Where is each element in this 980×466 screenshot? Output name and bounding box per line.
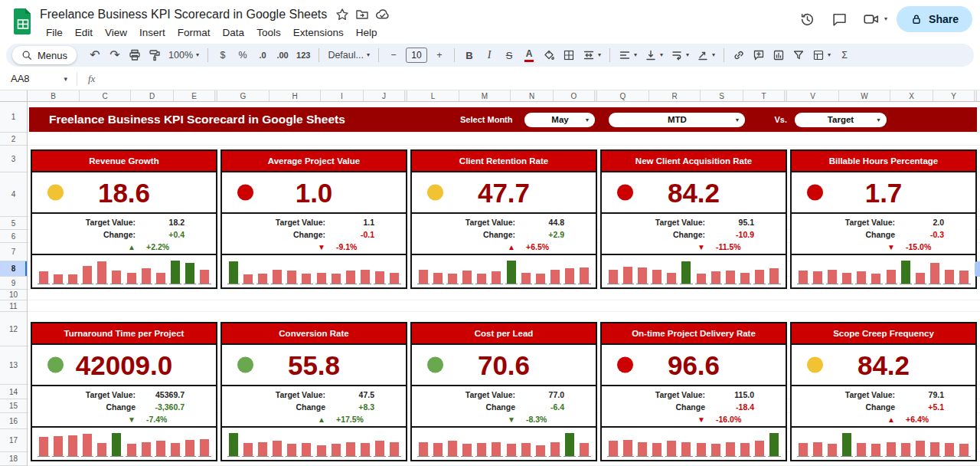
paint-format-button[interactable] <box>145 46 164 64</box>
star-icon[interactable] <box>333 5 351 24</box>
font-dropdown[interactable]: Defaul... ▾ <box>325 46 373 64</box>
column-header-O[interactable]: O <box>554 90 595 101</box>
row-header-15[interactable]: 15 <box>0 399 27 413</box>
row-header-4[interactable]: 4 <box>0 172 27 217</box>
menu-edit[interactable]: Edit <box>69 25 99 42</box>
column-header-M[interactable]: M <box>459 90 511 101</box>
status-circle-icon <box>237 185 253 201</box>
column-header-N[interactable]: N <box>511 90 554 101</box>
column-header-V[interactable]: V <box>787 90 839 101</box>
row-header-10[interactable]: 10 <box>0 290 27 300</box>
month-dropdown[interactable]: May ▼ <box>524 113 595 127</box>
redo-button[interactable]: ↷ <box>106 46 124 64</box>
column-header-T[interactable]: T <box>743 90 785 101</box>
insert-comment-button[interactable] <box>750 46 768 64</box>
column-header-I[interactable]: I <box>321 90 364 101</box>
column-header-Q[interactable]: Q <box>597 90 649 101</box>
menus-search-button[interactable]: Menus <box>12 46 77 64</box>
row-header-6[interactable]: 6 <box>0 230 27 243</box>
column-header-J[interactable]: J <box>364 90 405 101</box>
menu-data[interactable]: Data <box>217 25 251 42</box>
column-header-G[interactable]: G <box>217 90 270 101</box>
column-header-D[interactable]: D <box>131 90 174 101</box>
fill-color-button[interactable] <box>540 46 558 64</box>
font-size-input[interactable]: 10 <box>406 48 427 63</box>
text-rotation-dropdown[interactable]: ▾ <box>694 46 718 64</box>
insert-link-button[interactable] <box>730 46 748 64</box>
column-header-X[interactable]: X <box>890 90 933 101</box>
row-header-3[interactable]: 3 <box>0 146 27 172</box>
column-header-C[interactable]: C <box>80 90 131 101</box>
column-header-E[interactable]: E <box>174 90 215 101</box>
compare-dropdown[interactable]: Target ▼ <box>795 113 887 127</box>
row-header-7[interactable]: 7 <box>0 243 27 261</box>
column-header-Y[interactable]: Y <box>933 90 975 101</box>
column-header-L[interactable]: L <box>407 90 459 101</box>
merge-cells-dropdown[interactable]: ▾ <box>580 46 604 64</box>
formula-input[interactable] <box>106 67 980 90</box>
bold-button[interactable]: B <box>460 46 479 64</box>
cloud-saved-icon[interactable] <box>373 5 391 24</box>
row-header-13[interactable]: 13 <box>0 346 27 385</box>
row-header-5[interactable]: 5 <box>0 217 27 230</box>
row-header-17[interactable]: 17 <box>0 429 27 452</box>
row-header-11[interactable]: 11 <box>0 300 27 312</box>
menu-insert[interactable]: Insert <box>133 25 172 42</box>
insert-chart-button[interactable] <box>769 46 788 64</box>
increase-font-size-button[interactable]: + <box>430 46 449 64</box>
menu-tools[interactable]: Tools <box>250 25 287 42</box>
decrease-decimals-button[interactable]: .0 <box>253 46 272 64</box>
row-header-14[interactable]: 14 <box>0 385 27 399</box>
select-all-corner[interactable] <box>0 90 28 102</box>
sparkline-bar <box>81 266 93 285</box>
share-button[interactable]: Share <box>897 6 972 32</box>
text-color-button[interactable]: A <box>520 46 538 64</box>
menu-view[interactable]: View <box>99 25 133 42</box>
toolbar-divider <box>724 48 724 62</box>
row-header-8[interactable]: 8 <box>0 261 27 277</box>
italic-button[interactable]: I <box>480 46 498 64</box>
functions-button[interactable]: Σ <box>835 46 854 64</box>
decrease-font-size-button[interactable]: − <box>384 46 403 64</box>
sheets-logo-icon[interactable] <box>12 7 34 36</box>
column-header-W[interactable]: W <box>839 90 890 101</box>
menu-extensions[interactable]: Extensions <box>287 25 350 42</box>
more-formats-button[interactable]: 123 <box>293 46 313 64</box>
period-dropdown[interactable]: MTD ▼ <box>609 113 745 127</box>
meet-dropdown[interactable]: ▾ <box>860 8 887 31</box>
column-header-R[interactable]: R <box>649 90 701 101</box>
text-wrap-dropdown[interactable]: ▾ <box>668 46 692 64</box>
name-box[interactable]: AA8 ▾ <box>0 67 77 90</box>
change-label: Change <box>32 402 136 412</box>
format-percent-button[interactable]: % <box>234 46 252 64</box>
row-header-9[interactable]: 9 <box>0 277 27 290</box>
horizontal-align-dropdown[interactable]: ▾ <box>616 46 640 64</box>
trend-arrow-icon: ▼ <box>602 415 705 424</box>
row-header-18[interactable]: 18 <box>0 452 27 466</box>
undo-button[interactable]: ↶ <box>86 46 104 64</box>
menu-format[interactable]: Format <box>172 25 217 42</box>
filter-button[interactable] <box>789 46 808 64</box>
vertical-align-dropdown[interactable]: ▾ <box>642 46 666 64</box>
column-header-B[interactable]: B <box>28 90 80 101</box>
row-header-1[interactable]: 1 <box>0 102 27 133</box>
menu-help[interactable]: Help <box>350 25 384 42</box>
move-folder-icon[interactable] <box>353 5 371 24</box>
print-button[interactable] <box>126 46 144 64</box>
document-title[interactable]: Freelance Business KPI Scorecard in Goog… <box>40 8 332 21</box>
zoom-dropdown[interactable]: 100% ▾ <box>165 46 202 64</box>
format-currency-button[interactable]: $ <box>214 46 232 64</box>
strikethrough-button[interactable]: S <box>500 46 518 64</box>
row-header-12[interactable]: 12 <box>0 312 27 346</box>
sparkline-bar <box>432 273 444 284</box>
column-header-S[interactable]: S <box>701 90 743 101</box>
row-header-16[interactable]: 16 <box>0 413 27 429</box>
column-header-H[interactable]: H <box>270 90 321 101</box>
menu-file[interactable]: File <box>40 25 69 42</box>
increase-decimals-button[interactable]: .00 <box>273 46 292 64</box>
version-history-icon[interactable] <box>795 8 818 31</box>
borders-button[interactable] <box>560 46 578 64</box>
row-header-2[interactable]: 2 <box>0 133 27 146</box>
table-views-dropdown[interactable]: ▾ <box>809 46 834 64</box>
comments-icon[interactable] <box>828 8 851 31</box>
